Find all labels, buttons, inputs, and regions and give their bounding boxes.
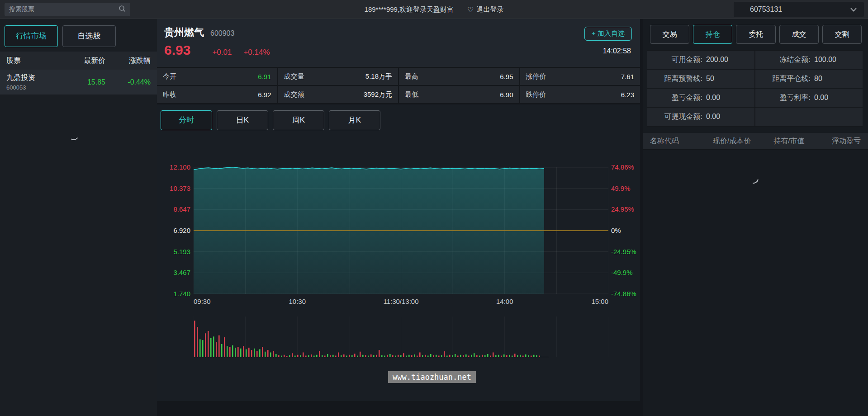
account-field-label: 距离预警线: xyxy=(647,74,702,84)
y-axis-pct-tick: -24.95% xyxy=(611,248,636,255)
quote-stats-grid: 今开6.91成交量5.18万手最高6.95涨停价7.61昨收6.92成交额359… xyxy=(157,67,640,104)
col-stock: 股票 xyxy=(6,56,56,66)
search-input[interactable]: 搜索股票 xyxy=(5,3,130,16)
top-bar: 搜索股票 189****999,欢迎登录天盈财富 ♡ 退出登录 60753131 xyxy=(0,0,868,19)
sidebar-tab-0[interactable]: 行情市场 xyxy=(5,25,58,47)
chart-tab-2[interactable]: 周K xyxy=(273,110,324,130)
stat-label: 昨收 xyxy=(163,90,176,99)
stat-cell: 跌停价6.23 xyxy=(520,86,640,103)
stat-label: 成交额 xyxy=(284,90,304,99)
heart-icon: ♡ xyxy=(467,5,474,14)
stock-row-price: 15.85 xyxy=(56,78,105,86)
quote-main-panel: 贵州燃气 600903 + 加入自选 6.93 +0.01 +0.14% 14:… xyxy=(157,19,640,416)
stock-row-code: 600053 xyxy=(6,84,56,91)
account-field: 冻结金额:100.00 xyxy=(755,51,863,69)
account-field-value: 0.00 xyxy=(814,94,828,102)
chart-tab-1[interactable]: 日K xyxy=(217,110,268,130)
y-axis-tick: 3.467 xyxy=(158,269,190,276)
trade-tabs: 交易持仓委托成交交割 xyxy=(643,19,868,44)
loading-spinner xyxy=(747,172,761,186)
add-watchlist-button[interactable]: + 加入自选 xyxy=(584,27,632,41)
price-change-pct: +0.14% xyxy=(243,48,270,57)
col-change: 涨跌幅 xyxy=(105,56,151,66)
y-axis-pct-tick: -74.86% xyxy=(611,290,636,298)
account-field: 可用金额:200.00 xyxy=(647,51,754,69)
chevron-down-icon xyxy=(850,8,857,12)
stat-cell: 今开6.91 xyxy=(157,68,277,85)
y-axis-pct-tick: -49.9% xyxy=(611,269,633,276)
account-field: 距离平仓线:80 xyxy=(755,70,863,88)
stat-cell: 昨收6.92 xyxy=(157,86,277,103)
y-axis-tick: 8.647 xyxy=(158,205,190,213)
search-icon xyxy=(119,5,126,14)
trade-tab-3[interactable]: 成交 xyxy=(779,25,819,44)
stat-cell: 成交额3592万元 xyxy=(278,86,398,103)
last-price: 6.93 xyxy=(164,43,190,58)
stat-value: 6.23 xyxy=(621,91,634,99)
volume-chart xyxy=(194,317,608,357)
x-axis-tick: 11:30/13:00 xyxy=(383,298,418,305)
col-price-cost: 现价/成本价 xyxy=(702,137,762,146)
stat-value: 6.90 xyxy=(500,91,513,99)
col-float-pl: 浮动盈亏 xyxy=(816,137,861,146)
sidebar-tabs: 行情市场自选股 xyxy=(0,19,157,47)
stat-cell: 最低6.90 xyxy=(399,86,519,103)
account-field-value: 200.00 xyxy=(706,56,728,64)
y-axis-tick: 10.373 xyxy=(158,184,190,192)
chart-tab-3[interactable]: 月K xyxy=(329,110,380,130)
x-axis-tick: 14:00 xyxy=(496,298,513,305)
col-last-price: 最新价 xyxy=(56,56,105,66)
y-axis-tick: 5.193 xyxy=(158,248,190,255)
welcome-text: 189****999,欢迎登录天盈财富 xyxy=(365,5,454,14)
quote-time: 14:02:58 xyxy=(603,47,631,55)
col-hold-value: 持有/市值 xyxy=(762,137,816,146)
stat-label: 成交量 xyxy=(284,72,304,81)
col-name-code: 名称代码 xyxy=(650,137,702,146)
stock-list: 九鼎投资60005315.85-0.44% xyxy=(0,70,157,95)
x-axis-tick: 09:30 xyxy=(194,298,211,305)
account-field: 距离预警线:50 xyxy=(647,70,754,88)
account-field-label: 盈亏利率: xyxy=(755,93,811,103)
stat-cell: 最高6.95 xyxy=(399,68,519,85)
account-field-label: 距离平仓线: xyxy=(755,74,811,84)
stock-row-change: -0.44% xyxy=(105,78,151,86)
chart-tab-0[interactable]: 分时 xyxy=(161,110,212,130)
account-field-value: 0.00 xyxy=(706,113,720,121)
stat-value: 7.61 xyxy=(621,73,634,80)
stock-row[interactable]: 九鼎投资60005315.85-0.44% xyxy=(0,70,157,95)
trade-panel: 交易持仓委托成交交割 可用金额:200.00冻结金额:100.00距离预警线:5… xyxy=(643,19,868,416)
stock-code: 600903 xyxy=(210,29,234,38)
search-placeholder: 搜索股票 xyxy=(9,5,119,14)
stat-value: 5.18万手 xyxy=(365,72,392,81)
stat-cell: 涨停价7.61 xyxy=(520,68,640,85)
account-field: 盈亏金额:0.00 xyxy=(647,89,754,107)
account-field-value: 100.00 xyxy=(814,56,836,64)
trade-tab-2[interactable]: 委托 xyxy=(736,25,775,44)
logout-label: 退出登录 xyxy=(476,5,503,14)
account-dropdown[interactable]: 60753131 xyxy=(734,2,864,17)
y-axis-pct-tick: 24.95% xyxy=(611,205,634,213)
positions-table-header: 名称代码 现价/成本价 持有/市值 浮动盈亏 xyxy=(643,133,868,150)
y-axis-tick: 12.100 xyxy=(158,163,190,171)
logout-button[interactable]: ♡ 退出登录 xyxy=(467,5,503,14)
price-change: +0.01 xyxy=(212,48,232,57)
trade-tab-1[interactable]: 持仓 xyxy=(693,25,732,44)
account-field: 盈亏利率:0.00 xyxy=(755,89,863,107)
account-field-label: 冻结金额: xyxy=(755,55,811,65)
loading-spinner xyxy=(68,129,80,141)
account-field xyxy=(755,108,863,126)
account-field-value: 80 xyxy=(814,75,822,83)
account-field-label: 可提现金额: xyxy=(647,112,702,122)
stat-label: 跌停价 xyxy=(526,90,546,99)
account-field-label: 可用金额: xyxy=(647,55,702,65)
time-share-chart[interactable] xyxy=(194,167,608,294)
y-axis-tick: 6.920 xyxy=(158,227,190,234)
stat-label: 最低 xyxy=(405,90,418,99)
sidebar-tab-1[interactable]: 自选股 xyxy=(62,25,116,47)
chart-period-tabs: 分时日K周K月K xyxy=(157,104,640,130)
trade-tab-4[interactable]: 交割 xyxy=(822,25,862,44)
trade-tab-0[interactable]: 交易 xyxy=(650,25,689,44)
quote-header: 贵州燃气 600903 + 加入自选 6.93 +0.01 +0.14% 14:… xyxy=(157,19,640,104)
account-field: 可提现金额:0.00 xyxy=(647,108,754,126)
x-axis-labels: 09:3010:3011:30/13:0014:0015:00 xyxy=(194,298,608,307)
